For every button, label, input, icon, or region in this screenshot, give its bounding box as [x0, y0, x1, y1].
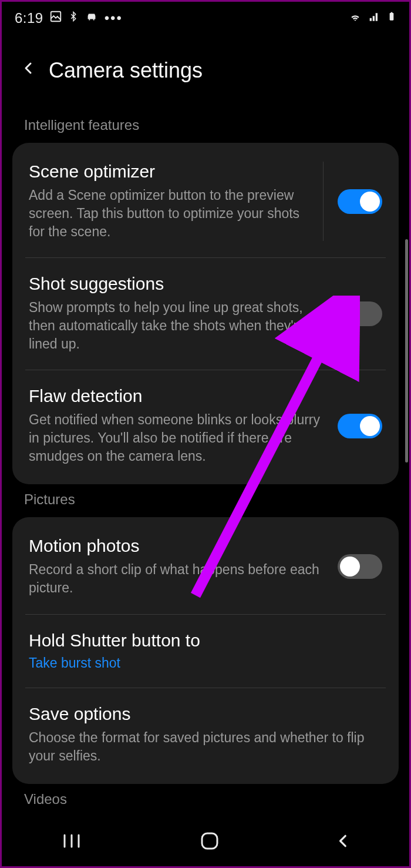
- row-motion-photos[interactable]: Motion photos Record a short clip of wha…: [12, 520, 399, 614]
- recents-icon[interactable]: [60, 833, 83, 849]
- row-flaw-detection[interactable]: Flaw detection Get notified when someone…: [12, 370, 399, 482]
- row-title: Motion photos: [29, 536, 327, 556]
- svg-rect-8: [202, 833, 217, 849]
- card-intelligent: Scene optimizer Add a Scene optimizer bu…: [12, 143, 399, 484]
- row-scene-optimizer[interactable]: Scene optimizer Add a Scene optimizer bu…: [12, 145, 399, 257]
- toggle-motion-photos[interactable]: [338, 554, 382, 579]
- row-desc: Add a Scene optimizer button to the prev…: [29, 186, 312, 241]
- row-desc: Show prompts to help you line up great s…: [29, 299, 327, 353]
- section-label-intelligent: Intelligent features: [12, 110, 399, 143]
- scrollbar-indicator[interactable]: [405, 239, 408, 463]
- status-time: 6:19: [15, 10, 43, 26]
- toggle-separator: [323, 162, 324, 241]
- svg-rect-1: [390, 13, 394, 21]
- status-right: [348, 9, 396, 27]
- row-shot-suggestions[interactable]: Shot suggestions Show prompts to help yo…: [12, 257, 399, 370]
- back-icon[interactable]: [22, 58, 36, 83]
- nav-bar: [2, 816, 409, 866]
- row-title: Shot suggestions: [29, 274, 327, 294]
- page-title: Camera settings: [49, 58, 203, 83]
- toggle-flaw-detection[interactable]: [338, 414, 382, 438]
- row-save-options[interactable]: Save options Choose the format for saved…: [12, 688, 399, 782]
- row-hold-shutter[interactable]: Hold Shutter button to Take burst shot: [12, 614, 399, 688]
- bluetooth-icon: [68, 10, 79, 26]
- home-icon[interactable]: [200, 831, 220, 851]
- status-left: 6:19 •••: [15, 10, 123, 26]
- content[interactable]: Intelligent features Scene optimizer Add…: [2, 93, 409, 817]
- row-title: Save options: [29, 704, 382, 724]
- status-bar: 6:19 •••: [2, 2, 409, 33]
- card-pictures: Motion photos Record a short clip of wha…: [12, 517, 399, 783]
- signal-icon: [368, 10, 381, 26]
- toggle-scene-optimizer[interactable]: [338, 189, 382, 214]
- row-title: Hold Shutter button to: [29, 631, 382, 651]
- nav-back-icon[interactable]: [336, 832, 351, 850]
- row-desc: Choose the format for saved pictures and…: [29, 729, 382, 765]
- row-desc: Get notified when someone blinks or look…: [29, 411, 327, 465]
- gallery-icon: [49, 10, 62, 26]
- wifi-icon: [348, 10, 362, 26]
- toggle-shot-suggestions[interactable]: [338, 301, 382, 326]
- section-label-pictures: Pictures: [12, 484, 399, 517]
- row-title: Scene optimizer: [29, 162, 312, 182]
- page-header: Camera settings: [2, 33, 409, 93]
- battery-icon: [387, 9, 396, 27]
- section-label-videos: Videos: [12, 784, 399, 817]
- car-icon: [85, 10, 99, 26]
- svg-rect-2: [391, 12, 393, 14]
- row-desc: Record a short clip of what happens befo…: [29, 561, 327, 597]
- more-icon: •••: [105, 10, 123, 26]
- row-value: Take burst shot: [29, 655, 382, 671]
- row-title: Flaw detection: [29, 386, 327, 406]
